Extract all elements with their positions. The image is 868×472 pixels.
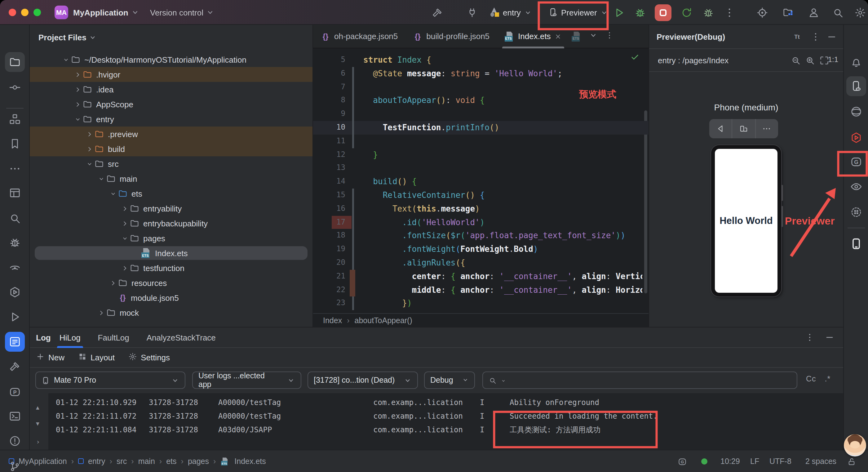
- log-settings-button[interactable]: Settings: [128, 352, 170, 363]
- zoom-ratio-label[interactable]: 1:1: [828, 55, 838, 64]
- search-icon[interactable]: [830, 4, 846, 21]
- right-sidebar-item-preview-eye[interactable]: [846, 177, 866, 197]
- chevron-right-icon[interactable]: [120, 218, 130, 228]
- code-line-14[interactable]: 14 build() {: [313, 175, 649, 188]
- settings-gear-icon[interactable]: [852, 4, 868, 21]
- scope-filter-dropdown[interactable]: User logs ...elected app: [192, 372, 301, 389]
- run-config-selector[interactable]: entry: [490, 0, 532, 25]
- sidebar-item-debug[interactable]: [5, 233, 25, 253]
- zoom-in-icon[interactable]: [805, 55, 815, 66]
- project-view-selector[interactable]: Project Files: [38, 30, 97, 45]
- code-line-11[interactable]: 11: [313, 135, 649, 148]
- indent-setting[interactable]: 2 spaces: [805, 450, 836, 472]
- project-menu[interactable]: MyApplication: [73, 0, 140, 25]
- code-line-22[interactable]: 22 middle: { anchor: '__container__', al…: [313, 283, 649, 297]
- close-window-button[interactable]: [9, 9, 16, 16]
- tree-item-entry[interactable]: entry: [30, 112, 312, 126]
- tree-item-resources[interactable]: resources: [30, 275, 312, 290]
- chevron-right-icon[interactable]: [84, 129, 94, 139]
- device-manager-icon[interactable]: [754, 4, 771, 21]
- right-sidebar-item-codegenie[interactable]: G: [846, 152, 866, 172]
- line-separator[interactable]: LF: [750, 450, 759, 472]
- chevron-down-icon[interactable]: [96, 174, 106, 184]
- chevron-right-icon[interactable]: [120, 203, 130, 213]
- tree-item-.hvigor[interactable]: .hvigor: [30, 67, 312, 82]
- sidebar-item-todo[interactable]: [5, 183, 25, 203]
- device-filter-dropdown[interactable]: Mate 70 Pro: [35, 372, 185, 389]
- sidebar-item-commit[interactable]: [5, 78, 25, 97]
- tree-item-ets[interactable]: ets: [30, 186, 312, 201]
- breadcrumb-item[interactable]: aboutToAppear(): [354, 316, 412, 325]
- code-line-18[interactable]: 18 .fontSize($r('app.float.page_text_fon…: [313, 229, 649, 243]
- code-line-8[interactable]: 8 aboutToAppear(): void {: [313, 94, 649, 108]
- chevron-right-icon[interactable]: [120, 263, 130, 273]
- chevron-down-icon[interactable]: [61, 55, 71, 64]
- tab-options-icon[interactable]: [606, 31, 614, 42]
- chevron-right-icon[interactable]: [72, 84, 83, 94]
- sidebar-item-problems[interactable]: [5, 431, 25, 451]
- tab-hilog[interactable]: HiLog: [51, 327, 89, 348]
- sidebar-item-version-control[interactable]: [5, 456, 25, 472]
- scroll-up-icon[interactable]: ▲: [36, 404, 39, 411]
- layout-button[interactable]: Layout: [78, 352, 115, 363]
- right-sidebar-item-notifications[interactable]: [846, 52, 866, 72]
- editor-tab-Index.ets[interactable]: ETSIndex.ets: [497, 25, 569, 48]
- codegenie-status-icon[interactable]: G: [678, 450, 687, 472]
- sidebar-item-build[interactable]: [5, 357, 25, 377]
- status-breadcrumb-item[interactable]: ets: [166, 457, 176, 466]
- regex-toggle[interactable]: .*: [825, 375, 831, 383]
- code-line-15[interactable]: 15 RelativeContainer() {: [313, 188, 649, 202]
- run-button[interactable]: [611, 4, 627, 21]
- chevron-down-icon[interactable]: [72, 114, 83, 124]
- code-line-5[interactable]: 5struct Index {: [313, 53, 649, 67]
- phone-preview-screen[interactable]: Hello World: [715, 149, 777, 293]
- code-line-19[interactable]: 19 .fontWeight(FontWeight.Bold): [313, 242, 649, 256]
- hide-panel-icon[interactable]: [827, 32, 837, 42]
- log-row[interactable]: 01-12 22:21:11.08431728-31728A03d00/JSAP…: [49, 423, 843, 437]
- tree-item-~/Desktop/HarmonyOSTutorial/MyApplication[interactable]: ~/Desktop/HarmonyOSTutorial/MyApplicatio…: [30, 52, 312, 67]
- tree-item-Index.ets[interactable]: ETSIndex.ets: [30, 246, 312, 261]
- tree-item-pages[interactable]: pages: [30, 231, 312, 246]
- sidebar-item-run[interactable]: [5, 307, 25, 327]
- log-hide-icon[interactable]: [825, 332, 835, 345]
- log-row[interactable]: 01-12 22:21:10.92931728-31728A00000/test…: [49, 396, 843, 409]
- chevron-right-icon[interactable]: [108, 278, 118, 288]
- code-line-16[interactable]: 16 Text(this.message): [313, 202, 649, 216]
- sidebar-item-services[interactable]: [5, 257, 25, 277]
- tree-item-src[interactable]: src: [30, 156, 312, 171]
- rotate-device-button[interactable]: [732, 119, 755, 138]
- status-breadcrumb-item[interactable]: main: [138, 457, 155, 466]
- chevron-down-icon[interactable]: [120, 233, 130, 243]
- tree-item-mock[interactable]: mock: [30, 305, 312, 320]
- right-sidebar-item-device-phone[interactable]: [846, 234, 866, 254]
- sidebar-item-profiler[interactable]: [5, 282, 25, 302]
- tree-item-module.json5[interactable]: {}module.json5: [30, 290, 312, 305]
- minimize-window-button[interactable]: [21, 9, 29, 16]
- previewer-more-icon[interactable]: [810, 32, 821, 42]
- chevron-right-icon[interactable]: [72, 69, 83, 79]
- breadcrumb-item[interactable]: Index: [323, 316, 342, 325]
- code-line-6[interactable]: 6 @State message: string = 'Hello World'…: [313, 67, 649, 81]
- code-line-12[interactable]: 12 }: [313, 148, 649, 161]
- sidebar-item-log[interactable]: [5, 332, 25, 352]
- sidebar-item-bookmarks[interactable]: [5, 134, 25, 154]
- account-icon[interactable]: [805, 4, 822, 21]
- code-line-20[interactable]: 20 .alignRules({: [313, 256, 649, 270]
- chevron-down-icon[interactable]: [84, 159, 94, 169]
- tree-item-.idea[interactable]: .idea: [30, 82, 312, 97]
- stop-button[interactable]: [655, 4, 672, 21]
- font-size-icon[interactable]: Tt: [792, 32, 802, 42]
- more-options-button[interactable]: [755, 119, 778, 138]
- match-case-toggle[interactable]: Cc: [806, 375, 816, 383]
- tab-list-chevron-icon[interactable]: [589, 31, 598, 42]
- code-editor[interactable]: 5struct Index {6 @State message: string …: [313, 48, 649, 313]
- code-line-21[interactable]: 21 center: { anchor: '__container__', al…: [313, 270, 649, 284]
- maximize-window-button[interactable]: [33, 9, 41, 16]
- debug-button[interactable]: [632, 4, 649, 21]
- device-plug-icon[interactable]: [464, 4, 480, 21]
- status-breadcrumb-item[interactable]: entry: [88, 457, 105, 466]
- code-line-9[interactable]: 9: [313, 107, 649, 121]
- log-search-input[interactable]: [483, 372, 797, 389]
- code-line-23[interactable]: 23 }): [313, 297, 649, 311]
- tab-faultlog[interactable]: FaultLog: [89, 327, 138, 348]
